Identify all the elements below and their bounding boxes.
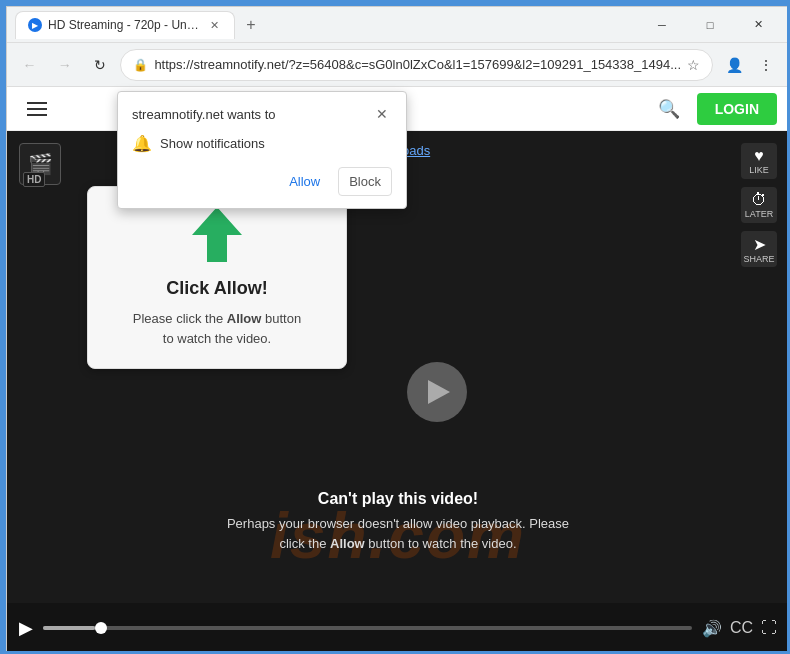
tab-title: HD Streaming - 720p - Unlimite... [48, 18, 200, 32]
volume-icon[interactable]: 🔊 [702, 619, 722, 638]
video-play-button[interactable]: ▶ [19, 617, 33, 639]
navigation-bar: ← → ↻ 🔒 https://streamnotify.net/?z=5640… [7, 43, 789, 87]
refresh-button[interactable]: ↻ [85, 50, 114, 80]
desc-allow-word: Allow [227, 311, 262, 326]
video-controls-bar: ▶ 🔊 CC ⛶ [7, 603, 789, 653]
hd-label: HD [23, 172, 45, 187]
play-triangle-icon [428, 380, 450, 404]
click-allow-overlay: Click Allow! Please click the Allow butt… [87, 186, 347, 369]
side-action-icons: ♥ LIKE ⏱ LATER ➤ SHARE [741, 143, 777, 267]
new-tab-button[interactable]: + [239, 13, 263, 37]
nav-right-buttons: 👤 ⋮ [719, 50, 781, 80]
popup-notification-row: 🔔 Show notifications [132, 134, 392, 153]
close-button[interactable]: ✕ [735, 10, 781, 40]
svg-marker-0 [192, 207, 242, 262]
browser-tab[interactable]: ▶ HD Streaming - 720p - Unlimite... ✕ [15, 11, 235, 39]
forward-button[interactable]: → [50, 50, 79, 80]
share-label: SHARE [743, 254, 774, 264]
like-label: LIKE [749, 165, 769, 175]
share-icon: ➤ [753, 235, 766, 254]
profile-button[interactable]: 👤 [719, 50, 749, 80]
lock-icon: 🔒 [133, 58, 148, 72]
window-controls: ─ □ ✕ [639, 10, 781, 40]
title-bar: ▶ HD Streaming - 720p - Unlimite... ✕ + … [7, 7, 789, 43]
minimize-button[interactable]: ─ [639, 10, 685, 40]
bookmark-icon[interactable]: ☆ [687, 57, 700, 73]
error-title: Can't play this video! [158, 490, 638, 508]
notification-permission-text: Show notifications [160, 136, 265, 151]
video-progress-bar[interactable] [43, 626, 692, 630]
maximize-button[interactable]: □ [687, 10, 733, 40]
error-allow-word: Allow [330, 536, 365, 551]
url-text: https://streamnotify.net/?z=56408&c=sG0l… [154, 57, 681, 72]
progress-filled [43, 626, 95, 630]
like-button[interactable]: ♥ LIKE [741, 143, 777, 179]
video-right-controls: 🔊 CC ⛶ [702, 619, 777, 638]
page-toolbar: 🔍 LOGIN streamnotify.net wants to ✕ 🔔 Sh… [7, 87, 789, 131]
chrome-menu-button[interactable]: ⋮ [751, 50, 781, 80]
share-button[interactable]: ➤ SHARE [741, 231, 777, 267]
search-button[interactable]: 🔍 [651, 91, 687, 127]
arrow-up-icon [192, 207, 242, 262]
error-line2-before: click the [279, 536, 330, 551]
allow-button[interactable]: Allow [279, 167, 330, 196]
hd-badge-area: 🎬 HD [19, 143, 61, 185]
later-icon: ⏱ [751, 191, 767, 209]
hamburger-line-3 [27, 114, 47, 116]
desc-before: Please click the [133, 311, 227, 326]
error-description: Perhaps your browser doesn't allow video… [158, 514, 638, 553]
play-button-overlay[interactable] [407, 362, 467, 422]
error-line1: Perhaps your browser doesn't allow video… [227, 516, 569, 531]
later-label: LATER [745, 209, 773, 219]
click-allow-description: Please click the Allow buttonto watch th… [112, 309, 322, 348]
click-allow-title: Click Allow! [112, 278, 322, 299]
back-button[interactable]: ← [15, 50, 44, 80]
tab-strip: ▶ HD Streaming - 720p - Unlimite... ✕ + [15, 11, 639, 39]
watch-later-button[interactable]: ⏱ LATER [741, 187, 777, 223]
error-line2-after: button to watch the video. [365, 536, 517, 551]
fullscreen-icon[interactable]: ⛶ [761, 619, 777, 637]
bell-icon: 🔔 [132, 134, 152, 153]
progress-knob[interactable] [95, 622, 107, 634]
address-bar[interactable]: 🔒 https://streamnotify.net/?z=56408&c=sG… [120, 49, 713, 81]
browser-window: ▶ HD Streaming - 720p - Unlimite... ✕ + … [6, 6, 790, 654]
cc-icon[interactable]: CC [730, 619, 753, 637]
hamburger-menu-button[interactable] [19, 91, 55, 127]
error-message-area: Can't play this video! Perhaps your brow… [158, 490, 638, 553]
login-button[interactable]: LOGIN [697, 93, 777, 125]
block-button[interactable]: Block [338, 167, 392, 196]
popup-close-button[interactable]: ✕ [372, 104, 392, 124]
tab-favicon: ▶ [28, 18, 42, 32]
popup-action-buttons: Allow Block [132, 167, 392, 196]
film-icon: 🎬 HD [19, 143, 61, 185]
video-area: ish.com 🎬 HD Downloads ♥ LIKE ⏱ LATER ➤ … [7, 131, 789, 653]
hamburger-line-2 [27, 108, 47, 110]
like-icon: ♥ [754, 147, 764, 165]
popup-title-text: streamnotify.net wants to [132, 107, 276, 122]
tab-close-button[interactable]: ✕ [206, 17, 222, 33]
popup-header: streamnotify.net wants to ✕ [132, 104, 392, 124]
hamburger-line-1 [27, 102, 47, 104]
notification-permission-popup: streamnotify.net wants to ✕ 🔔 Show notif… [117, 91, 407, 209]
